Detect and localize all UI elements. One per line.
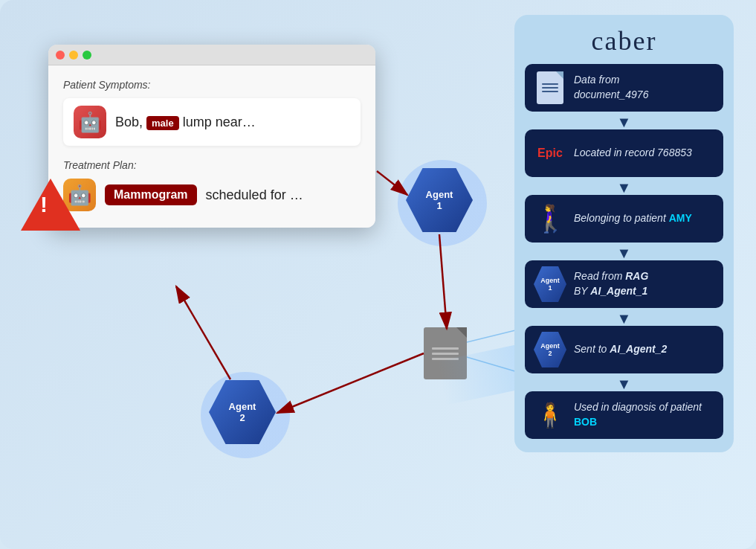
- epic-icon: Epic: [534, 137, 566, 170]
- caber-panel: caber Data fromdocument_4976 ▼ Epic Loca…: [514, 15, 734, 452]
- symptom-after: lump near…: [183, 115, 256, 129]
- agent1-to-doc-arrow: [439, 234, 447, 329]
- patient-symptoms-label: Patient Symptoms:: [63, 79, 361, 91]
- caber-row-agent1-text: Read from RAGBY AI_Agent_1: [574, 269, 648, 298]
- doc-icon-inner: [537, 71, 563, 104]
- caber-row-amy: 🚶‍♀️ Belonging to patient AMY: [525, 195, 723, 243]
- caber-row-agent1-rag: Agent1 Read from RAGBY AI_Agent_1: [525, 260, 723, 308]
- epic-logo-text: Epic: [537, 147, 563, 160]
- caber-arrow-down-4: ▼: [525, 311, 723, 326]
- caber-row-bob: 🧍 Used in diagnosis of patient BOB: [525, 391, 723, 439]
- caber-row-agent2-text: Sent to AI_Agent_2: [574, 342, 667, 357]
- caber-arrow-down-1: ▼: [525, 115, 723, 129]
- treatment-plan-label: Treatment Plan:: [63, 159, 361, 171]
- caber-row-epic: Epic Located in record 768853: [525, 129, 723, 177]
- male-silhouette: 🧍: [535, 401, 565, 429]
- caber-arrow-down-3: ▼: [525, 245, 723, 260]
- symptom-row: 🤖 Bob, male lump near…: [63, 98, 361, 146]
- mac-window: Patient Symptoms: 🤖 Bob, male lump near……: [48, 45, 375, 228]
- caber-row-bob-text: Used in diagnosis of patient BOB: [574, 400, 714, 429]
- caber-arrow-down-2: ▼: [525, 180, 723, 195]
- agent1-icon-small: Agent1: [534, 268, 566, 301]
- center-doc-body: [424, 327, 467, 379]
- warning-sign: [21, 179, 80, 232]
- agent2-label: Agent: [229, 401, 256, 412]
- doc-line-c: [542, 91, 558, 92]
- symptom-bob: Bob,: [115, 115, 143, 129]
- mac-fullscreen-btn[interactable]: [83, 51, 91, 60]
- agent2-to-treatment-arrow: [176, 286, 230, 379]
- doc-line-a: [542, 83, 558, 85]
- mac-content: Patient Symptoms: 🤖 Bob, male lump near……: [48, 65, 375, 228]
- amy-highlight: AMY: [669, 212, 692, 224]
- caber-row-epic-text: Located in record 768853: [574, 146, 692, 161]
- symptom-text: Bob, male lump near…: [115, 115, 256, 130]
- doc-line-1: [432, 347, 459, 350]
- warning-triangle: [21, 179, 80, 231]
- center-document: [424, 327, 468, 381]
- treatment-text: scheduled for …: [206, 187, 303, 203]
- agent1-hex-small: Agent1: [534, 266, 566, 302]
- document-icon: [534, 71, 566, 104]
- caber-title: caber: [525, 25, 723, 57]
- caber-arrow-down-5: ▼: [525, 376, 723, 391]
- mac-minimize-btn[interactable]: [69, 51, 78, 60]
- agent2-icon-small: Agent2: [534, 333, 566, 366]
- doc-line-2: [432, 353, 459, 355]
- doc-to-agent2-arrow: [277, 353, 424, 413]
- caber-row-document-text: Data fromdocument_4976: [574, 73, 648, 102]
- female-silhouette: 🚶‍♀️: [534, 203, 567, 234]
- agent2-number: 2: [239, 412, 245, 423]
- mammogram-badge: Mammogram: [105, 184, 197, 205]
- main-area: Patient Symptoms: 🤖 Bob, male lump near……: [0, 0, 756, 549]
- caber-row-document: Data fromdocument_4976: [525, 64, 723, 112]
- caber-row-agent2-sent: Agent2 Sent to AI_Agent_2: [525, 326, 723, 373]
- agent1-number: 1: [436, 200, 442, 211]
- caber-row-amy-text: Belonging to patient AMY: [574, 211, 692, 226]
- mac-titlebar: [48, 45, 375, 65]
- doc-line-b: [542, 87, 558, 89]
- doc-line-3: [432, 358, 459, 360]
- mac-close-btn[interactable]: [56, 51, 65, 60]
- treatment-row: 🤖 Mammogram scheduled for …: [63, 179, 361, 211]
- agent1-label: Agent: [426, 189, 453, 200]
- male-badge: male: [146, 116, 179, 130]
- bob-highlight: BOB: [574, 416, 597, 428]
- female-patient-icon: 🚶‍♀️: [534, 202, 566, 235]
- robot-avatar-symptom: 🤖: [74, 106, 106, 138]
- male-patient-icon: 🧍: [534, 399, 566, 431]
- agent2-hex-small: Agent2: [534, 332, 566, 367]
